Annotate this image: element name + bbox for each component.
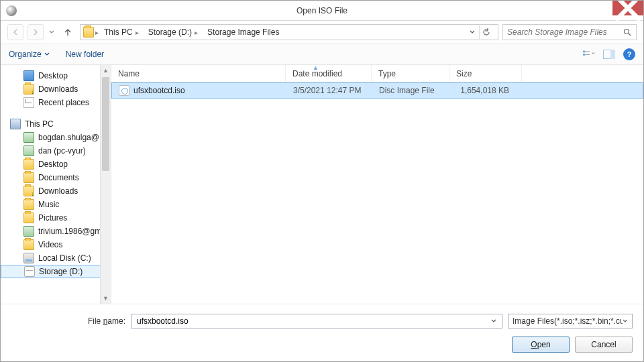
- chevron-down-icon: [470, 30, 475, 34]
- history-dropdown[interactable]: [48, 24, 56, 40]
- tree-item-downloads[interactable]: Downloads: [1, 82, 111, 96]
- chevron-down-icon: [49, 30, 54, 34]
- nav-bar: ▸ This PC▸ Storage (D:)▸ Storage Image F…: [1, 21, 643, 44]
- address-bar[interactable]: ▸ This PC▸ Storage (D:)▸ Storage Image F…: [80, 24, 498, 40]
- file-type-filter[interactable]: Image Files(*.iso;*.isz;*.bin;*.cue: [508, 314, 633, 328]
- nav-tree[interactable]: Desktop Downloads Recent places This PC …: [1, 65, 111, 304]
- svg-point-0: [625, 29, 629, 34]
- search-icon: [623, 28, 632, 37]
- folder-icon: [23, 159, 34, 170]
- col-date[interactable]: Date modified: [286, 65, 372, 82]
- drive-icon: [24, 266, 35, 277]
- arrow-right-icon: [32, 28, 40, 36]
- tree-item-netloc[interactable]: dan (pc-vyur): [1, 144, 111, 158]
- organize-menu[interactable]: Organize: [9, 50, 50, 59]
- refresh-icon: [482, 28, 490, 36]
- tree-item-documents[interactable]: Documents: [1, 171, 111, 184]
- tree-item-music[interactable]: Music: [1, 198, 111, 211]
- arrow-up-icon: [64, 28, 72, 36]
- tree-item-recent[interactable]: Recent places: [1, 96, 111, 109]
- network-icon: [23, 132, 34, 143]
- filename-dropdown[interactable]: [488, 319, 499, 323]
- col-type[interactable]: Type: [372, 65, 449, 82]
- forward-button[interactable]: [28, 24, 44, 40]
- tree-item-netloc[interactable]: bogdan.shulga@: [1, 131, 111, 144]
- file-date: 3/5/2021 12:47 PM: [286, 86, 372, 95]
- up-button[interactable]: [62, 27, 73, 38]
- footer: File name: Image Files(*.iso;*.isz;*.bin…: [1, 304, 643, 361]
- chevron-down-icon: [623, 319, 628, 323]
- folder-icon: [23, 172, 34, 183]
- tree-item-videos[interactable]: Videos: [1, 238, 111, 251]
- close-button[interactable]: [612, 1, 643, 15]
- refresh-button[interactable]: [479, 25, 492, 39]
- tree-item-localdisk[interactable]: Local Disk (C:): [1, 251, 111, 265]
- network-icon: [23, 145, 34, 156]
- title-bar: Open ISO File: [1, 1, 643, 21]
- downloads-icon: [23, 84, 34, 95]
- filename-input[interactable]: [134, 316, 488, 326]
- tree-item-desktop[interactable]: Desktop: [1, 69, 111, 82]
- window-title: Open ISO File: [297, 6, 347, 15]
- breadcrumb-storage[interactable]: Storage (D:)▸: [144, 27, 202, 37]
- file-row[interactable]: ufsxbootcd.iso 3/5/2021 12:47 PM Disc Im…: [111, 82, 643, 99]
- scroll-down-icon[interactable]: ▼: [101, 293, 111, 304]
- new-folder-button[interactable]: New folder: [66, 50, 104, 59]
- iso-file-icon: [119, 85, 129, 96]
- address-dropdown[interactable]: [470, 30, 475, 34]
- app-icon: [6, 5, 17, 16]
- tree-item-netloc[interactable]: trivium.1986@gm: [1, 225, 111, 238]
- breadcrumb-folder[interactable]: Storage Image Files: [203, 27, 283, 37]
- close-icon: [612, 0, 643, 23]
- column-headers: ▲ Name Date modified Type Size: [111, 65, 643, 82]
- search-input[interactable]: [507, 27, 614, 37]
- downloads-icon: [23, 186, 34, 196]
- chevron-right-icon: ▸: [136, 29, 139, 36]
- tree-scrollbar[interactable]: ▲ ▼: [100, 65, 111, 304]
- view-icon: [583, 50, 595, 59]
- disk-icon: [23, 253, 34, 263]
- file-type: Disc Image File: [372, 86, 450, 95]
- main-area: Desktop Downloads Recent places This PC …: [1, 65, 643, 304]
- search-box[interactable]: [502, 24, 637, 40]
- scroll-thumb[interactable]: [102, 77, 109, 171]
- breadcrumb-sep: ▸: [95, 29, 99, 36]
- folder-icon: [23, 199, 34, 210]
- svg-rect-3: [583, 54, 586, 56]
- folder-icon: [23, 239, 34, 250]
- file-list-area: ▲ Name Date modified Type Size ufsxbootc…: [111, 65, 643, 304]
- svg-rect-4: [586, 54, 590, 55]
- tree-item-thispc[interactable]: This PC: [1, 117, 111, 131]
- file-size: 1,654,018 KB: [450, 86, 523, 95]
- svg-rect-1: [583, 51, 586, 53]
- chevron-down-icon: [491, 319, 496, 323]
- help-button[interactable]: ?: [623, 48, 635, 60]
- file-name: ufsxbootcd.iso: [133, 86, 185, 95]
- view-options-button[interactable]: [583, 48, 595, 60]
- scroll-up-icon[interactable]: ▲: [101, 65, 111, 76]
- file-list[interactable]: ufsxbootcd.iso 3/5/2021 12:47 PM Disc Im…: [111, 82, 643, 304]
- breadcrumb-thispc[interactable]: This PC▸: [100, 27, 143, 37]
- preview-pane-button[interactable]: [603, 48, 615, 60]
- tree-item-desktop2[interactable]: Desktop: [1, 158, 111, 171]
- toolbar: Organize New folder ?: [1, 44, 643, 65]
- tree-item-pictures[interactable]: Pictures: [1, 211, 111, 225]
- cancel-button[interactable]: Cancel: [575, 337, 633, 353]
- folder-icon: [23, 213, 34, 223]
- back-button[interactable]: [7, 24, 23, 40]
- svg-rect-2: [586, 52, 590, 52]
- tree-item-downloads2[interactable]: Downloads: [1, 184, 111, 198]
- open-button[interactable]: Open: [512, 337, 570, 353]
- pc-icon: [10, 119, 21, 129]
- recent-icon: [23, 97, 34, 108]
- chevron-down-icon: [44, 52, 50, 56]
- col-size[interactable]: Size: [449, 65, 522, 82]
- col-name[interactable]: Name: [111, 65, 286, 82]
- preview-pane-icon: [603, 50, 615, 59]
- filename-combobox[interactable]: [131, 314, 502, 328]
- sort-indicator-icon: ▲: [313, 64, 319, 71]
- chevron-right-icon: ▸: [195, 29, 198, 36]
- tree-item-storage[interactable]: Storage (D:): [1, 265, 111, 278]
- desktop-icon: [23, 70, 34, 81]
- network-icon: [23, 226, 34, 237]
